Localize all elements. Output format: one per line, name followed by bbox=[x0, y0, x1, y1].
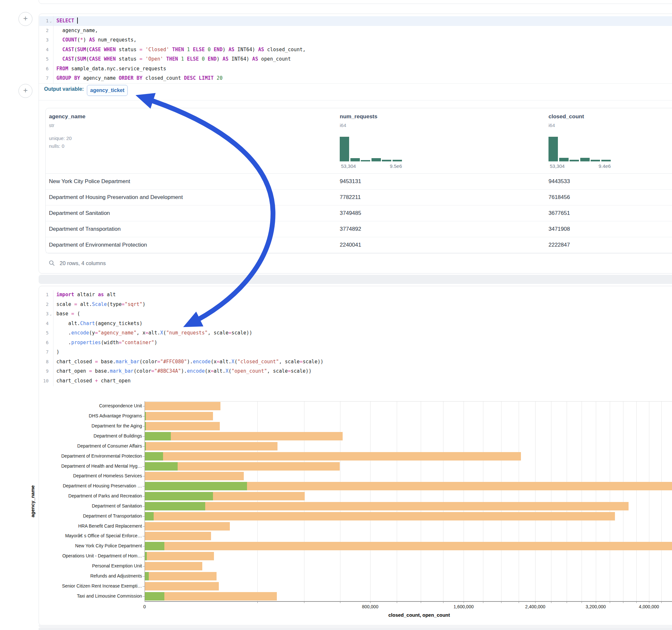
table-summary: 20 rows, 4 columns bbox=[59, 260, 106, 266]
table-cell: 9443533 bbox=[549, 173, 570, 189]
histogram-max-label: 9.5e6 bbox=[382, 163, 402, 169]
add-cell-button[interactable]: + bbox=[19, 12, 32, 26]
table-cell: Department of Transportation bbox=[49, 221, 121, 237]
code-line[interactable]: 2scale = alt.Scale(type="sqrt") bbox=[39, 300, 672, 310]
column-histogram bbox=[549, 136, 611, 162]
histogram-bar bbox=[570, 160, 579, 162]
code-line[interactable]: 6FROM sample_data.nyc.service_requests bbox=[39, 64, 672, 74]
code-text: GROUP BY agency_name ORDER BY closed_cou… bbox=[56, 74, 223, 83]
code-line[interactable]: 8chart_closed = base.mark_bar(color="#FF… bbox=[39, 357, 672, 367]
code-text: alt.Chart(agency_tickets) bbox=[56, 319, 142, 329]
code-line[interactable]: 7) bbox=[39, 347, 672, 357]
line-number: 5 bbox=[39, 328, 49, 338]
column-type: i64 bbox=[340, 122, 346, 128]
column-header[interactable]: closed_count bbox=[549, 114, 584, 120]
code-line[interactable]: 3⌄base = ( bbox=[39, 309, 672, 319]
search-icon[interactable] bbox=[49, 260, 55, 266]
code-text: import altair as alt bbox=[56, 290, 116, 300]
code-text: SELECT bbox=[56, 16, 78, 26]
column-histogram bbox=[340, 136, 402, 162]
histogram-bar bbox=[559, 158, 569, 162]
table-cell: New York City Police Department bbox=[49, 173, 130, 189]
table-cell: Department of Environmental Protection bbox=[49, 237, 147, 253]
output-variable-pill[interactable]: agency_tickets bbox=[87, 85, 128, 96]
python-cell: 1import altair as alt2scale = alt.Scale(… bbox=[39, 286, 672, 626]
cell-gap bbox=[39, 275, 672, 284]
histogram-bar bbox=[371, 158, 381, 162]
cell-gap bbox=[39, 628, 672, 630]
table-cell: 7782211 bbox=[340, 189, 361, 205]
table-cell: 3774892 bbox=[340, 221, 361, 237]
code-text: CAST(SUM(CASE WHEN status = 'Closed' THE… bbox=[56, 45, 306, 55]
histogram-bar bbox=[340, 137, 349, 162]
y-axis-title: agency_name bbox=[30, 485, 35, 517]
code-line[interactable]: 4 alt.Chart(agency_tickets) bbox=[39, 319, 672, 329]
output-variable-value: agency_tickets bbox=[90, 85, 124, 96]
code-text: base = ( bbox=[56, 309, 80, 319]
line-number: 3 bbox=[39, 309, 49, 319]
notebook-page: + + 1⌄SELECT 2 agency_name,3 COUNT(*) AS… bbox=[0, 0, 672, 630]
output-variable-label: Output variable: bbox=[44, 86, 84, 92]
table-row[interactable]: Department of Environmental Protection22… bbox=[46, 237, 672, 253]
line-number: 4 bbox=[39, 319, 49, 329]
code-line[interactable]: 1import altair as alt bbox=[39, 290, 672, 300]
histogram-bar bbox=[382, 160, 391, 162]
column-type: str bbox=[49, 122, 54, 128]
code-text: chart_closed = base.mark_bar(color="#FFC… bbox=[56, 357, 323, 367]
table-row[interactable]: New York City Police Department945313194… bbox=[46, 173, 672, 190]
line-number: 10 bbox=[39, 376, 49, 386]
line-number: 3 bbox=[39, 35, 49, 45]
cell-shadow bbox=[39, 625, 672, 628]
code-line[interactable]: 6 .properties(width="container") bbox=[39, 338, 672, 348]
code-text: chart_open = base.mark_bar(color="#8BC34… bbox=[56, 366, 312, 376]
column-type: i64 bbox=[549, 122, 555, 128]
table-row[interactable]: Department of Sanitation37494853677651 bbox=[46, 205, 672, 221]
code-line[interactable]: 5 .encode(y="agency_name", x=alt.X("num_… bbox=[39, 328, 672, 338]
table-cell: Department of Sanitation bbox=[49, 205, 110, 221]
divider bbox=[39, 83, 672, 83]
line-number: 1 bbox=[39, 290, 49, 300]
code-text: .properties(width="container") bbox=[56, 338, 157, 348]
code-text: .encode(y="agency_name", x=alt.X("num_re… bbox=[56, 328, 252, 338]
code-line[interactable]: 2 agency_name, bbox=[39, 26, 672, 35]
column-header[interactable]: num_requests bbox=[340, 114, 377, 120]
table-cell: Department of Housing Preservation and D… bbox=[49, 189, 183, 205]
collapse-chevron-icon[interactable]: ⌄ bbox=[50, 310, 52, 319]
table-cell: 3677651 bbox=[549, 205, 570, 221]
histogram-bar bbox=[361, 160, 370, 162]
code-line[interactable]: 10chart_closed + chart_open bbox=[39, 376, 672, 386]
code-line[interactable]: 7GROUP BY agency_name ORDER BY closed_co… bbox=[39, 74, 672, 83]
code-line[interactable]: 5 CAST(SUM(CASE WHEN status = 'Open' THE… bbox=[39, 54, 672, 64]
add-cell-button[interactable]: + bbox=[19, 84, 32, 98]
line-number: 6 bbox=[39, 64, 49, 74]
histogram-bar bbox=[549, 137, 558, 162]
column-header[interactable]: agency_name bbox=[49, 114, 85, 120]
histogram-bar bbox=[392, 160, 402, 162]
line-number: 4 bbox=[39, 45, 49, 55]
code-line[interactable]: 4 CAST(SUM(CASE WHEN status = 'Closed' T… bbox=[39, 45, 672, 55]
line-number: 2 bbox=[39, 26, 49, 35]
code-line[interactable]: 3 COUNT(*) AS num_requests, bbox=[39, 35, 672, 45]
line-number: 6 bbox=[39, 338, 49, 348]
code-text: agency_name, bbox=[56, 26, 98, 35]
code-line[interactable]: 9chart_open = base.mark_bar(color="#8BC3… bbox=[39, 366, 672, 376]
column-stat: nulls: 0 bbox=[49, 143, 65, 149]
table-cell: 7618456 bbox=[549, 189, 570, 205]
table-cell: 9453131 bbox=[340, 173, 361, 189]
code-text: CAST(SUM(CASE WHEN status = 'Open' THEN … bbox=[56, 54, 291, 64]
code-text: ) bbox=[56, 347, 59, 357]
line-number: 5 bbox=[39, 54, 49, 64]
previous-cell-edge bbox=[39, 0, 672, 4]
histogram-bar bbox=[591, 160, 600, 162]
table-cell: 2222847 bbox=[549, 237, 570, 253]
code-text: chart_closed + chart_open bbox=[56, 376, 130, 386]
table-cell: 2240041 bbox=[340, 237, 361, 253]
histogram-min-label: 53,304 bbox=[550, 163, 565, 169]
table-row[interactable]: Department of Housing Preservation and D… bbox=[46, 189, 672, 205]
table-cell: 3749485 bbox=[340, 205, 361, 221]
line-number: 2 bbox=[39, 300, 49, 310]
collapse-chevron-icon[interactable]: ⌄ bbox=[50, 17, 52, 26]
histogram-max-label: 9.4e6 bbox=[591, 163, 611, 169]
code-line[interactable]: 1⌄SELECT bbox=[39, 16, 672, 26]
table-row[interactable]: Department of Transportation377489234719… bbox=[46, 221, 672, 237]
